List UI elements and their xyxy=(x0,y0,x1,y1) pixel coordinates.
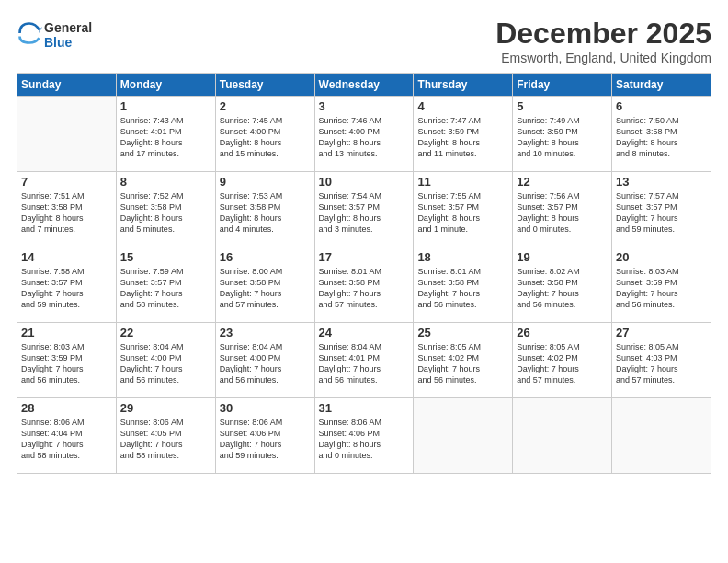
day-cell: 5Sunrise: 7:49 AM Sunset: 3:59 PM Daylig… xyxy=(513,97,612,172)
logo-icon xyxy=(17,20,42,46)
day-cell: 15Sunrise: 7:59 AM Sunset: 3:57 PM Dayli… xyxy=(116,247,215,323)
day-number: 4 xyxy=(417,99,508,113)
col-friday: Friday xyxy=(513,74,612,97)
day-cell: 8Sunrise: 7:52 AM Sunset: 3:58 PM Daylig… xyxy=(116,172,215,247)
day-cell: 10Sunrise: 7:54 AM Sunset: 3:57 PM Dayli… xyxy=(314,172,414,247)
day-cell: 17Sunrise: 8:01 AM Sunset: 3:58 PM Dayli… xyxy=(314,247,414,323)
day-info: Sunrise: 8:01 AM Sunset: 3:58 PM Dayligh… xyxy=(319,266,410,311)
day-cell: 11Sunrise: 7:55 AM Sunset: 3:57 PM Dayli… xyxy=(414,172,513,247)
day-info: Sunrise: 8:03 AM Sunset: 3:59 PM Dayligh… xyxy=(616,266,707,311)
day-number: 24 xyxy=(319,326,410,339)
day-info: Sunrise: 7:57 AM Sunset: 3:57 PM Dayligh… xyxy=(616,190,707,236)
day-number: 15 xyxy=(120,250,211,264)
day-info: Sunrise: 7:56 AM Sunset: 3:57 PM Dayligh… xyxy=(517,190,608,236)
day-number: 7 xyxy=(21,175,112,189)
day-number: 17 xyxy=(319,250,410,264)
day-info: Sunrise: 7:59 AM Sunset: 3:57 PM Dayligh… xyxy=(120,266,211,311)
month-title: December 2025 xyxy=(495,17,711,51)
day-number: 21 xyxy=(21,326,112,339)
day-info: Sunrise: 8:03 AM Sunset: 3:59 PM Dayligh… xyxy=(21,341,112,386)
day-number: 12 xyxy=(517,175,608,189)
page: General Blue December 2025 Emsworth, Eng… xyxy=(0,0,728,563)
day-cell: 12Sunrise: 7:56 AM Sunset: 3:57 PM Dayli… xyxy=(513,172,612,247)
day-cell: 1Sunrise: 7:43 AM Sunset: 4:01 PM Daylig… xyxy=(116,97,215,172)
col-sunday: Sunday xyxy=(17,74,117,97)
day-cell: 2Sunrise: 7:45 AM Sunset: 4:00 PM Daylig… xyxy=(215,97,314,172)
day-cell xyxy=(17,97,117,172)
day-info: Sunrise: 8:00 AM Sunset: 3:58 PM Dayligh… xyxy=(220,266,311,311)
week-row-1: 1Sunrise: 7:43 AM Sunset: 4:01 PM Daylig… xyxy=(17,97,711,172)
day-info: Sunrise: 8:06 AM Sunset: 4:06 PM Dayligh… xyxy=(220,417,311,462)
day-info: Sunrise: 7:45 AM Sunset: 4:00 PM Dayligh… xyxy=(220,115,311,160)
day-cell: 22Sunrise: 8:04 AM Sunset: 4:00 PM Dayli… xyxy=(116,323,215,398)
day-info: Sunrise: 7:58 AM Sunset: 3:57 PM Dayligh… xyxy=(21,266,112,311)
day-cell: 27Sunrise: 8:05 AM Sunset: 4:03 PM Dayli… xyxy=(612,323,711,398)
day-number: 29 xyxy=(120,401,211,415)
day-cell: 23Sunrise: 8:04 AM Sunset: 4:00 PM Dayli… xyxy=(215,323,314,398)
day-info: Sunrise: 8:01 AM Sunset: 3:58 PM Dayligh… xyxy=(417,266,508,311)
day-number: 16 xyxy=(220,250,311,264)
day-cell: 9Sunrise: 7:53 AM Sunset: 3:58 PM Daylig… xyxy=(215,172,314,247)
day-cell: 24Sunrise: 8:04 AM Sunset: 4:01 PM Dayli… xyxy=(314,323,414,398)
day-number: 6 xyxy=(616,99,707,113)
day-info: Sunrise: 7:43 AM Sunset: 4:01 PM Dayligh… xyxy=(120,115,211,160)
week-row-3: 14Sunrise: 7:58 AM Sunset: 3:57 PM Dayli… xyxy=(17,247,711,323)
day-number: 10 xyxy=(319,175,410,189)
day-number: 30 xyxy=(220,401,311,415)
day-info: Sunrise: 7:51 AM Sunset: 3:58 PM Dayligh… xyxy=(21,190,112,236)
day-cell: 4Sunrise: 7:47 AM Sunset: 3:59 PM Daylig… xyxy=(414,97,513,172)
day-number: 14 xyxy=(21,250,112,264)
day-number: 20 xyxy=(616,250,707,264)
day-cell: 7Sunrise: 7:51 AM Sunset: 3:58 PM Daylig… xyxy=(17,172,117,247)
day-number: 31 xyxy=(319,401,410,415)
day-number: 1 xyxy=(120,99,211,113)
day-info: Sunrise: 7:49 AM Sunset: 3:59 PM Dayligh… xyxy=(517,115,608,160)
day-info: Sunrise: 8:02 AM Sunset: 3:58 PM Dayligh… xyxy=(517,266,608,311)
header-row: Sunday Monday Tuesday Wednesday Thursday… xyxy=(17,74,711,97)
day-cell: 20Sunrise: 8:03 AM Sunset: 3:59 PM Dayli… xyxy=(612,247,711,323)
day-number: 18 xyxy=(417,250,508,264)
day-info: Sunrise: 7:55 AM Sunset: 3:57 PM Dayligh… xyxy=(417,190,508,236)
day-cell: 18Sunrise: 8:01 AM Sunset: 3:58 PM Dayli… xyxy=(414,247,513,323)
day-number: 3 xyxy=(319,99,410,113)
logo: General Blue xyxy=(17,20,92,50)
location: Emsworth, England, United Kingdom xyxy=(495,51,711,65)
day-cell xyxy=(513,398,612,474)
col-tuesday: Tuesday xyxy=(215,74,314,97)
day-number: 19 xyxy=(517,250,608,264)
day-number: 9 xyxy=(220,175,311,189)
day-number: 22 xyxy=(120,326,211,339)
day-info: Sunrise: 7:47 AM Sunset: 3:59 PM Dayligh… xyxy=(417,115,508,160)
day-number: 8 xyxy=(120,175,211,189)
day-number: 13 xyxy=(616,175,707,189)
day-cell: 13Sunrise: 7:57 AM Sunset: 3:57 PM Dayli… xyxy=(612,172,711,247)
day-cell: 30Sunrise: 8:06 AM Sunset: 4:06 PM Dayli… xyxy=(215,398,314,474)
day-info: Sunrise: 8:04 AM Sunset: 4:01 PM Dayligh… xyxy=(319,341,410,386)
day-info: Sunrise: 7:52 AM Sunset: 3:58 PM Dayligh… xyxy=(120,190,211,236)
day-number: 5 xyxy=(517,99,608,113)
week-row-5: 28Sunrise: 8:06 AM Sunset: 4:04 PM Dayli… xyxy=(17,398,711,474)
day-number: 25 xyxy=(417,326,508,339)
header: General Blue December 2025 Emsworth, Eng… xyxy=(17,17,711,65)
day-info: Sunrise: 8:05 AM Sunset: 4:03 PM Dayligh… xyxy=(616,341,707,386)
day-cell: 29Sunrise: 8:06 AM Sunset: 4:05 PM Dayli… xyxy=(116,398,215,474)
col-saturday: Saturday xyxy=(612,74,711,97)
day-number: 28 xyxy=(21,401,112,415)
col-wednesday: Wednesday xyxy=(314,74,414,97)
calendar: Sunday Monday Tuesday Wednesday Thursday… xyxy=(17,73,711,474)
day-info: Sunrise: 7:50 AM Sunset: 3:58 PM Dayligh… xyxy=(616,115,707,160)
day-number: 2 xyxy=(220,99,311,113)
day-number: 26 xyxy=(517,326,608,339)
day-info: Sunrise: 8:06 AM Sunset: 4:05 PM Dayligh… xyxy=(120,417,211,462)
day-cell: 26Sunrise: 8:05 AM Sunset: 4:02 PM Dayli… xyxy=(513,323,612,398)
day-info: Sunrise: 8:04 AM Sunset: 4:00 PM Dayligh… xyxy=(220,341,311,386)
day-info: Sunrise: 8:06 AM Sunset: 4:06 PM Dayligh… xyxy=(319,417,410,462)
logo-text: General Blue xyxy=(44,20,92,50)
day-cell: 14Sunrise: 7:58 AM Sunset: 3:57 PM Dayli… xyxy=(17,247,117,323)
day-number: 27 xyxy=(616,326,707,339)
day-cell: 21Sunrise: 8:03 AM Sunset: 3:59 PM Dayli… xyxy=(17,323,117,398)
day-cell: 25Sunrise: 8:05 AM Sunset: 4:02 PM Dayli… xyxy=(414,323,513,398)
day-info: Sunrise: 7:46 AM Sunset: 4:00 PM Dayligh… xyxy=(319,115,410,160)
day-info: Sunrise: 8:05 AM Sunset: 4:02 PM Dayligh… xyxy=(417,341,508,386)
day-info: Sunrise: 8:04 AM Sunset: 4:00 PM Dayligh… xyxy=(120,341,211,386)
